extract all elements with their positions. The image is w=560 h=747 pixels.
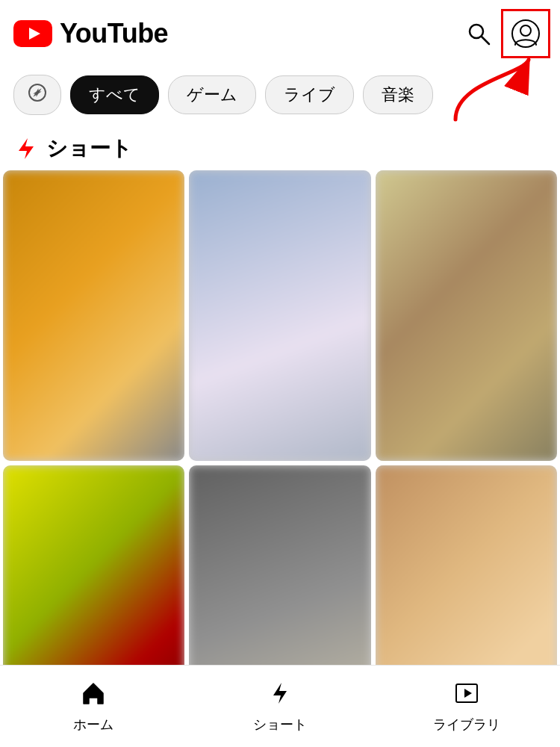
- youtube-logo-icon: [13, 20, 52, 47]
- filter-explore[interactable]: [13, 75, 61, 115]
- bottom-nav: ホーム ショート ライブラリ: [0, 665, 560, 747]
- search-button[interactable]: [460, 15, 497, 52]
- filter-music[interactable]: 音楽: [363, 75, 433, 114]
- app-title: YouTube: [60, 18, 168, 49]
- short-card-5[interactable]: [189, 465, 370, 677]
- filter-games[interactable]: ゲーム: [168, 75, 256, 114]
- short-card-1[interactable]: [3, 170, 184, 461]
- short-card-3[interactable]: [376, 170, 557, 461]
- nav-home-label: ホーム: [73, 716, 113, 734]
- nav-library[interactable]: ライブラリ: [373, 680, 560, 734]
- content-area: ショート: [0, 123, 560, 677]
- nav-library-label: ライブラリ: [433, 716, 500, 734]
- short-card-4[interactable]: [3, 465, 184, 677]
- svg-marker-11: [464, 689, 472, 698]
- home-icon: [80, 680, 107, 711]
- filter-bar: すべて ゲーム ライブ 音楽: [0, 67, 560, 123]
- account-button[interactable]: [505, 13, 547, 55]
- header-actions: [460, 13, 547, 55]
- short-thumbnail-4: [3, 465, 184, 677]
- short-card-6[interactable]: [376, 465, 557, 677]
- short-card-2[interactable]: [189, 170, 370, 461]
- library-icon: [453, 680, 480, 711]
- shorts-logo-icon: [13, 136, 39, 161]
- short-thumbnail-5: [189, 465, 370, 677]
- short-thumbnail-1: [3, 170, 184, 461]
- filter-all[interactable]: すべて: [70, 75, 159, 114]
- nav-shorts-label: ショート: [253, 716, 307, 734]
- svg-point-5: [520, 25, 531, 36]
- section-title: ショート: [46, 134, 132, 163]
- shorts-nav-icon: [267, 680, 293, 711]
- short-thumbnail-3: [376, 170, 557, 461]
- short-thumbnail-2: [189, 170, 370, 461]
- section-header: ショート: [0, 123, 560, 170]
- header: YouTube: [0, 0, 560, 67]
- search-icon: [465, 20, 492, 47]
- nav-shorts[interactable]: ショート: [187, 680, 373, 734]
- account-button-wrapper: [505, 13, 547, 55]
- account-icon: [511, 19, 541, 49]
- logo-area: YouTube: [13, 18, 168, 49]
- short-thumbnail-6: [376, 465, 557, 677]
- shorts-grid: [0, 170, 560, 677]
- filter-live[interactable]: ライブ: [265, 75, 354, 114]
- svg-line-3: [482, 37, 489, 44]
- shorts-section-icon: [13, 136, 39, 161]
- nav-home[interactable]: ホーム: [0, 680, 187, 734]
